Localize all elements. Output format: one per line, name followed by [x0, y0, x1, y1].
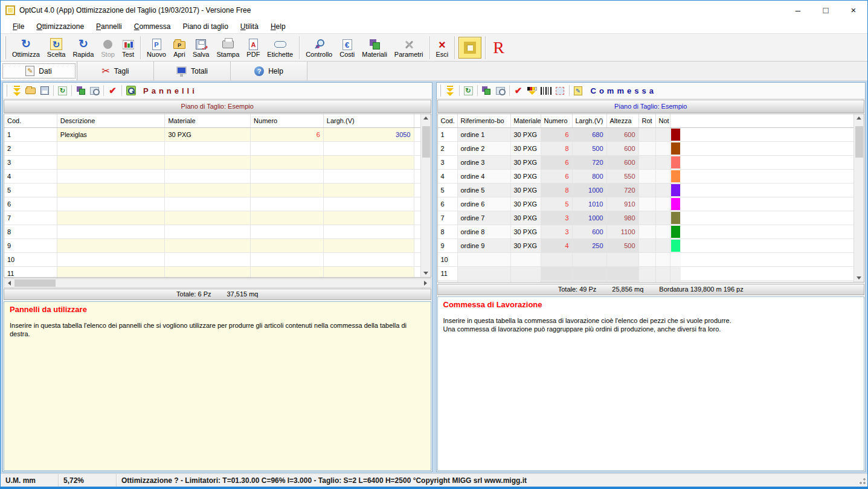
minimize-button[interactable]: –	[784, 1, 812, 19]
cell-rot[interactable]	[639, 211, 656, 225]
cell-numero[interactable]: 6	[541, 128, 573, 142]
cell-riferimento[interactable]: ordine 1	[458, 128, 511, 142]
verify-button[interactable]: ✔	[106, 85, 120, 97]
scroll-right-icon[interactable]	[420, 279, 431, 287]
menu-item[interactable]: Commessa	[128, 22, 177, 31]
edit-button[interactable]: ✎	[571, 85, 585, 97]
cell-materiale[interactable]	[165, 225, 251, 239]
cell-largh[interactable]: 720	[573, 156, 607, 170]
horizontal-scrollbar[interactable]	[4, 278, 431, 288]
cell-materiale[interactable]: 30 PXG	[511, 211, 541, 225]
cell-largh[interactable]: 1000	[573, 184, 607, 197]
cell-cod[interactable]: 4	[4, 170, 57, 184]
cell-riferimento[interactable]	[458, 253, 511, 267]
cell-largh[interactable]	[324, 267, 414, 277]
cell-materiale[interactable]	[511, 267, 541, 281]
cell-not[interactable]	[656, 184, 670, 197]
cell-materiale[interactable]: 30 PXG	[511, 225, 541, 239]
cell-not[interactable]	[656, 156, 670, 170]
cell-riferimento[interactable]: ordine 6	[458, 197, 511, 211]
cell-descrizione[interactable]	[57, 253, 166, 267]
cell-cod[interactable]: 2	[438, 142, 458, 156]
cell-not[interactable]	[656, 225, 670, 239]
cell-altezza[interactable]: 600	[607, 156, 639, 170]
cell-numero[interactable]: 6	[541, 156, 573, 170]
refresh-table-button[interactable]: ↻	[56, 85, 69, 97]
cell-materiale[interactable]: 30 PXG	[511, 128, 541, 142]
cell-cod[interactable]: 5	[4, 184, 57, 197]
etichette-button[interactable]: Etichette	[263, 34, 297, 61]
cell-numero[interactable]: 8	[541, 142, 573, 156]
cell-not[interactable]	[656, 267, 670, 281]
cell-descrizione[interactable]	[57, 184, 166, 197]
cell-cod[interactable]: 8	[4, 225, 57, 239]
cell-largh[interactable]	[324, 142, 414, 156]
menu-item[interactable]: File	[7, 22, 30, 31]
menu-item[interactable]: Piano di taglio	[176, 22, 234, 31]
cell-cod[interactable]: 7	[438, 211, 458, 225]
resize-grip[interactable]	[858, 476, 866, 485]
cell-descrizione[interactable]	[57, 239, 166, 253]
cell-materiale[interactable]	[165, 253, 251, 267]
cell-materiale[interactable]: 30 PXG	[511, 170, 541, 184]
cell-largh[interactable]: 1000	[573, 211, 607, 225]
cell-numero[interactable]	[251, 197, 324, 211]
tab-dati[interactable]: ✎ Dati	[1, 62, 77, 80]
cell-descrizione[interactable]	[57, 211, 166, 225]
scroll-thumb[interactable]	[14, 280, 56, 287]
cell-not[interactable]	[656, 128, 670, 142]
cell-numero[interactable]	[251, 142, 324, 156]
cell-altezza[interactable]: 600	[607, 142, 639, 156]
selection-button[interactable]	[553, 85, 567, 97]
scroll-up-icon[interactable]	[423, 117, 428, 120]
cell-materiale[interactable]: 30 PXG	[165, 128, 251, 142]
cell-materiale[interactable]	[165, 239, 251, 253]
search-button[interactable]	[124, 85, 138, 97]
cell-rot[interactable]	[639, 142, 656, 156]
scroll-thumb[interactable]	[855, 126, 863, 158]
cell-not[interactable]	[656, 281, 670, 282]
cell-numero[interactable]	[251, 211, 324, 225]
cell-not[interactable]	[656, 239, 670, 253]
cell-materiale[interactable]: 30 PXG	[511, 197, 541, 211]
cell-materiale[interactable]	[165, 184, 251, 197]
cell-altezza[interactable]	[607, 253, 639, 267]
cell-descrizione[interactable]	[57, 267, 166, 277]
cell-materiale[interactable]: 30 PXG	[511, 142, 541, 156]
cell-descrizione[interactable]	[57, 225, 166, 239]
cell-descrizione[interactable]: Plexiglas	[57, 128, 166, 142]
test-button[interactable]: Test	[118, 34, 138, 61]
scelta-button[interactable]: ↻ Scelta	[43, 34, 69, 61]
close-button[interactable]: ×	[840, 1, 867, 19]
vertical-scrollbar[interactable]	[420, 114, 431, 277]
cell-materiale[interactable]: 30 PXG	[511, 156, 541, 170]
cell-numero[interactable]: 3	[541, 211, 573, 225]
barcode-button[interactable]	[539, 85, 553, 97]
cell-largh[interactable]	[324, 170, 414, 184]
vertical-scrollbar[interactable]	[854, 114, 864, 282]
cell-cod[interactable]: 10	[438, 253, 458, 267]
cell-not[interactable]	[656, 253, 670, 267]
cell-largh[interactable]: 500	[573, 142, 607, 156]
cell-largh[interactable]	[324, 197, 414, 211]
tab-totali[interactable]: Totali	[154, 62, 231, 80]
cell-numero[interactable]: 4	[541, 239, 573, 253]
cell-not[interactable]	[656, 142, 670, 156]
cell-descrizione[interactable]	[57, 142, 166, 156]
cell-materiale[interactable]	[165, 156, 251, 170]
cell-largh[interactable]: 3050	[324, 128, 414, 142]
cell-largh[interactable]	[573, 281, 607, 282]
cell-largh[interactable]	[324, 184, 414, 197]
cell-cod[interactable]: 5	[438, 184, 458, 197]
materiali-button[interactable]: Materiali	[358, 34, 391, 61]
menu-item[interactable]: Pannelli	[90, 22, 128, 31]
scroll-down-icon[interactable]	[857, 276, 861, 280]
cell-largh[interactable]	[324, 211, 414, 225]
cell-cod[interactable]: 9	[4, 239, 57, 253]
cell-cod[interactable]: 8	[438, 225, 458, 239]
cell-rot[interactable]	[639, 267, 656, 281]
menu-item[interactable]: Utilità	[234, 22, 265, 31]
scroll-left-icon[interactable]	[4, 279, 14, 287]
cell-cod[interactable]: 9	[438, 239, 458, 253]
cell-descrizione[interactable]	[57, 197, 166, 211]
